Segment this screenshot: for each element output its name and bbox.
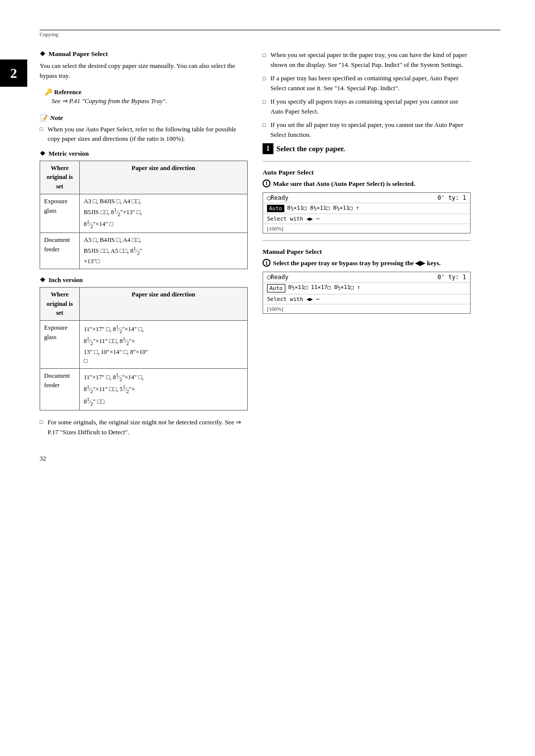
auto-display-box: ◯Ready 0' ty: 1 Auto 8½×11□ 8½×11□ 8½×11… <box>263 192 471 233</box>
auto-display-row2b: Select with ◀▶ ─ <box>263 214 470 224</box>
left-column: ❖ Manual Paper Select You can select the… <box>40 50 248 440</box>
note-item-1: When you use Auto Paper Select, refer to… <box>40 124 248 144</box>
step1-title: 1 Select the copy paper. <box>263 143 471 154</box>
manual-sizes-text: 8½×11□ 11×17□ 8½×11□ ↑ <box>285 284 467 292</box>
right-note-1: When you set special paper in the paper … <box>263 50 471 69</box>
right-column: When you set special paper in the paper … <box>263 50 471 440</box>
auto-label-black: Auto <box>267 205 284 212</box>
manual-auto-outline: Auto <box>267 284 285 292</box>
inch-row1-where: Exposure glass <box>40 321 80 369</box>
note-title: 📝 Note <box>40 114 248 122</box>
diamond-icon-metric: ❖ <box>40 150 46 158</box>
table-row: Document feeder A3 □, B4JIS □, A4 □□,B5J… <box>40 233 248 269</box>
metric-version-title: ❖ Metric version <box>40 150 248 158</box>
metric-row2-where: Document feeder <box>40 233 80 269</box>
auto-display-row2: Auto 8½×11□ 8½×11□ 8½×11□ ↑ <box>263 203 470 214</box>
bottom-note-item-1: For some originals, the original size mi… <box>40 417 248 437</box>
metric-table: Whereoriginal isset Paper size and direc… <box>40 161 248 269</box>
divider-2 <box>263 240 471 241</box>
manual-paper-select-body: You can select the desired copy paper si… <box>40 61 248 80</box>
auto-display-row1: ◯Ready 0' ty: 1 <box>263 193 470 203</box>
auto-display-row3: [100%] <box>263 224 470 233</box>
manual-qty-text: 0' ty: 1 <box>437 274 466 281</box>
manual-sub-step: 1 Select the paper tray or bypass tray b… <box>263 259 471 268</box>
header-text: Copying <box>40 30 58 37</box>
metric-col1-header: Whereoriginal isset <box>40 161 80 194</box>
inch-row2-sizes: 11"×17" □, 81⁄2"×14" □,81⁄2"×11" □□, 51⁄… <box>80 369 248 410</box>
inch-col2-header: Paper size and direction <box>80 287 248 320</box>
page: Copying 2 ❖ Manual Paper Select You can … <box>0 0 535 756</box>
manual-paper-select-title: ❖ Manual Paper Select <box>40 50 248 58</box>
reference-content: See ⇒ P.41 "Copying from the Bypass Tray… <box>45 96 243 106</box>
note-list: When you use Auto Paper Select, refer to… <box>40 124 248 144</box>
inch-col1-header: Whereoriginal isset <box>40 287 80 320</box>
right-note-4: If you set the all paper tray to special… <box>263 120 471 139</box>
divider-1 <box>263 161 471 162</box>
auto-paper-select-heading: Auto Paper Select <box>263 169 471 176</box>
page-number: 32 <box>40 455 500 463</box>
right-note-2: If a paper tray has been specified as co… <box>263 73 471 93</box>
manual-display-box: ◯Ready 0' ty: 1 Auto 8½×11□ 11×17□ 8½×11… <box>263 272 471 314</box>
two-col-layout: ❖ Manual Paper Select You can select the… <box>40 50 500 440</box>
diamond-icon-inch: ❖ <box>40 276 46 284</box>
manual-paper-select-heading: Manual Paper Select <box>263 248 471 256</box>
inch-row1-sizes: 11"×17" □, 81⁄2"×14" □,81⁄2"×11" □□, 81⁄… <box>80 321 248 369</box>
table-row: Exposure glass 11"×17" □, 81⁄2"×14" □,81… <box>40 321 248 369</box>
inch-table: Whereoriginal isset Paper size and direc… <box>40 287 248 410</box>
right-note-3: If you specify all papers trays as conta… <box>263 97 471 116</box>
note-icon: 📝 <box>40 114 48 122</box>
chapter-marker: 2 <box>0 59 27 87</box>
reference-box: 🔑 Reference See ⇒ P.41 "Copying from the… <box>40 86 248 108</box>
auto-qty-text: 0' ty: 1 <box>437 194 466 201</box>
metric-col2-header: Paper size and direction <box>80 161 248 194</box>
step1-number: 1 <box>263 143 273 154</box>
auto-select-text: Select with ◀▶ ─ <box>267 216 320 222</box>
metric-row2-sizes: A3 □, B4JIS □, A4 □□,B5JIS □□, A5 □□, 81… <box>80 233 248 269</box>
inch-row2-where: Document feeder <box>40 369 80 410</box>
table-row: Exposure glass A3 □, B4JIS □, A4 □□,B5JI… <box>40 194 248 233</box>
table-row: Document feeder 11"×17" □, 81⁄2"×14" □,8… <box>40 369 248 410</box>
reference-icon: 🔑 <box>45 88 53 96</box>
auto-ready-text: ◯Ready <box>267 194 288 201</box>
manual-display-row3: [100%] <box>263 304 470 313</box>
diamond-icon: ❖ <box>40 50 46 58</box>
manual-ready-text: ◯Ready <box>267 274 288 281</box>
right-notes-list: When you set special paper in the paper … <box>263 50 471 139</box>
bottom-note-list: For some originals, the original size mi… <box>40 417 248 437</box>
step1-label: Select the copy paper. <box>276 145 345 153</box>
auto-sub-step: 1 Make sure that Auto (Auto Paper Select… <box>263 179 471 188</box>
manual-select-text: Select with ◀▶ ─ <box>267 296 320 302</box>
sub-step-circle-1: 1 <box>263 179 270 187</box>
header-section: Copying <box>40 30 500 41</box>
inch-version-title: ❖ Inch version <box>40 276 248 284</box>
manual-display-row1: ◯Ready 0' ty: 1 <box>263 272 470 283</box>
metric-row1-where: Exposure glass <box>40 194 80 233</box>
reference-title: 🔑 Reference <box>45 88 243 96</box>
sub-step-circle-2: 1 <box>263 259 270 267</box>
auto-sizes-text: 8½×11□ 8½×11□ 8½×11□ ↑ <box>284 205 467 212</box>
manual-display-row2: Auto 8½×11□ 11×17□ 8½×11□ ↑ <box>263 283 470 294</box>
manual-display-row2b: Select with ◀▶ ─ <box>263 294 470 304</box>
metric-row1-sizes: A3 □, B4JIS □, A4 □□,B5JIS □□, 81⁄2"×13"… <box>80 194 248 233</box>
